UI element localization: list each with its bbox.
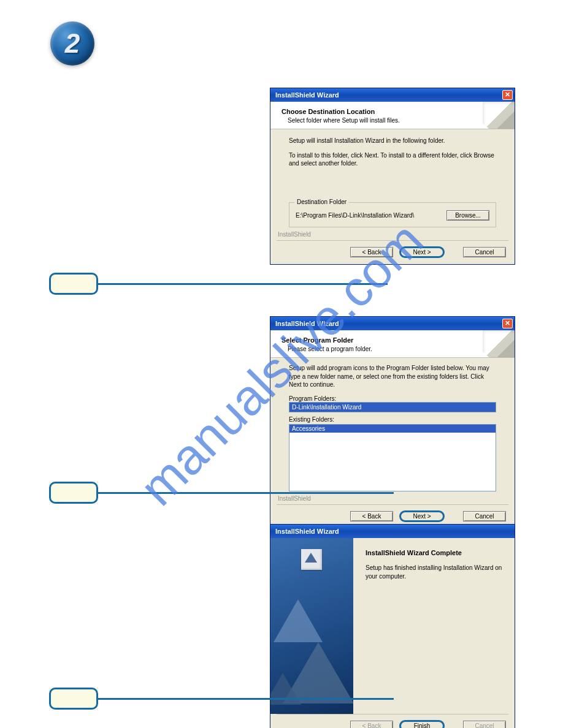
window-title: InstallShield Wizard — [275, 91, 339, 99]
program-folder-label: Program Folders: — [289, 395, 496, 402]
next-button[interactable]: Next > — [399, 510, 445, 522]
dialog-body: Setup will install Installation Wizard i… — [270, 129, 515, 231]
dialog-select-program-folder: InstallShield Wizard ✕ Select Program Fo… — [270, 316, 515, 529]
finish-button[interactable]: Finish — [399, 720, 445, 728]
window-title: InstallShield Wizard — [275, 320, 339, 327]
brand-label: InstallShield — [270, 231, 515, 240]
step-number: 2 — [65, 28, 80, 59]
header-subtitle: Please select a program folder. — [288, 346, 506, 352]
group-legend: Destination Folder — [294, 199, 349, 205]
connector-1 — [98, 283, 388, 285]
close-icon[interactable]: ✕ — [502, 90, 513, 100]
cancel-button: Cancel — [463, 721, 506, 728]
dialog-header: Select Program Folder Please select a pr… — [270, 330, 515, 358]
connector-2 — [98, 492, 394, 494]
wizard-sidebar-graphic — [270, 538, 353, 714]
close-icon[interactable]: ✕ — [502, 319, 513, 328]
browse-button[interactable]: Browse... — [446, 210, 489, 221]
program-folder-input[interactable]: D-Link\Installation Wizard — [289, 402, 496, 412]
page-curl-icon — [483, 102, 515, 129]
dialog-body: InstallShield Wizard Complete Setup has … — [270, 538, 515, 714]
body-text-2: To install to this folder, click Next. T… — [289, 151, 496, 168]
button-row: < Back Finish Cancel — [270, 715, 515, 728]
brand-label: InstallShield — [270, 495, 515, 504]
body-text-1: Setup will install Installation Wizard i… — [289, 137, 496, 145]
header-title: Select Program Folder — [282, 336, 506, 344]
next-button[interactable]: Next > — [399, 246, 445, 258]
cancel-button[interactable]: Cancel — [463, 511, 506, 521]
list-item[interactable]: Accessories — [289, 425, 496, 433]
callout-2 — [49, 482, 98, 504]
titlebar: InstallShield Wizard ✕ — [270, 317, 515, 330]
header-title: Choose Destination Location — [282, 108, 506, 115]
button-row: < Back Next > Cancel — [270, 241, 515, 264]
existing-folders-label: Existing Folders: — [289, 416, 496, 423]
connector-3 — [98, 698, 394, 700]
titlebar: InstallShield Wizard ✕ — [270, 88, 515, 102]
page-curl-icon — [483, 330, 515, 357]
complete-panel: InstallShield Wizard Complete Setup has … — [353, 538, 515, 714]
header-subtitle: Select folder where Setup will install f… — [288, 117, 506, 124]
complete-title: InstallShield Wizard Complete — [366, 549, 502, 556]
dialog-header: Choose Destination Location Select folde… — [270, 102, 515, 129]
callout-1 — [49, 273, 98, 295]
dialog-choose-destination: InstallShield Wizard ✕ Choose Destinatio… — [270, 88, 515, 265]
destination-folder-group: Destination Folder E:\Program Files\D-Li… — [289, 202, 496, 227]
triangle-icon — [274, 599, 323, 642]
back-button: < Back — [350, 721, 393, 728]
back-button[interactable]: < Back — [350, 511, 393, 521]
back-button[interactable]: < Back — [350, 247, 393, 257]
step-badge: 2 — [50, 21, 94, 66]
window-title: InstallShield Wizard — [275, 528, 339, 535]
cancel-button[interactable]: Cancel — [463, 247, 506, 257]
existing-folders-listbox[interactable]: Accessories — [289, 424, 496, 491]
dialog-body: Setup will add program icons to the Prog… — [270, 358, 515, 495]
box-icon — [301, 549, 322, 570]
destination-path: E:\Program Files\D-Link\Installation Wiz… — [296, 212, 414, 219]
callout-3 — [49, 688, 98, 710]
titlebar: InstallShield Wizard — [270, 525, 515, 538]
triangle-icon — [270, 673, 301, 705]
complete-text: Setup has finished installing Installati… — [366, 564, 502, 580]
instruction-text: Setup will add program icons to the Prog… — [289, 364, 496, 389]
